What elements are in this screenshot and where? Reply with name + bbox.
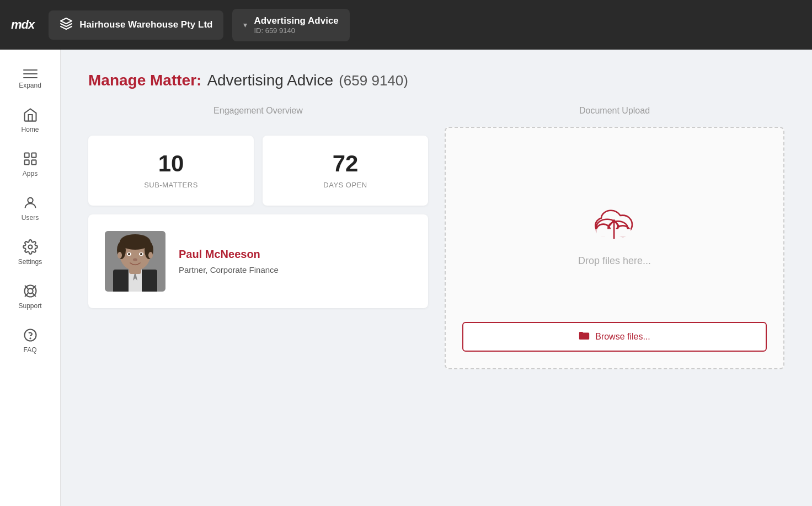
matter-selector[interactable]: ▾ Advertising Advice ID: 659 9140	[232, 9, 349, 41]
svg-point-5	[28, 198, 33, 203]
users-icon	[23, 195, 38, 211]
sidebar-item-apps[interactable]: Apps	[0, 142, 60, 186]
upload-inner: Drop files here...	[578, 150, 651, 322]
sidebar-faq-label: FAQ	[23, 346, 36, 354]
drop-text: Drop files here...	[578, 255, 651, 267]
support-icon	[23, 283, 38, 299]
upload-dropzone[interactable]: Drop files here... Browse files...	[445, 127, 784, 369]
sidebar-home-label: Home	[21, 126, 39, 133]
svg-point-6	[28, 245, 32, 249]
two-col-layout: Engagement Overview 10 SUB-MATTERS 72 DA…	[88, 106, 784, 369]
layers-icon	[60, 17, 73, 33]
logo: mdx	[11, 18, 34, 32]
browse-label: Browse files...	[595, 332, 650, 342]
contact-info: Paul McNeeson Partner, Corporate Finance	[179, 248, 279, 274]
engagement-section: Engagement Overview 10 SUB-MATTERS 72 DA…	[88, 106, 428, 369]
matter-name: Advertising Advice	[254, 15, 338, 26]
matter-id: ID: 659 9140	[254, 26, 338, 35]
page-title-id: (659 9140)	[339, 72, 408, 89]
sidebar-support-label: Support	[18, 302, 41, 310]
grid-icon	[23, 151, 38, 166]
page-title-prefix: Manage Matter:	[88, 72, 201, 89]
svg-point-26	[128, 253, 130, 255]
chevron-down-icon: ▾	[243, 20, 247, 29]
stats-row: 10 SUB-MATTERS 72 DAYS OPEN	[88, 136, 428, 206]
sidebar-users-label: Users	[22, 214, 39, 222]
days-open-card: 72 DAYS OPEN	[263, 136, 428, 206]
sidebar-item-expand[interactable]: Expand	[0, 61, 60, 98]
sidebar-expand-label: Expand	[19, 82, 41, 89]
sidebar-item-faq[interactable]: FAQ	[0, 319, 60, 363]
sidebar: Expand Home Apps Users	[0, 50, 61, 506]
sub-matters-card: 10 SUB-MATTERS	[88, 136, 254, 206]
contact-role: Partner, Corporate Finance	[179, 265, 279, 274]
svg-point-30	[148, 252, 153, 259]
svg-point-8	[28, 288, 33, 293]
home-icon	[23, 107, 38, 122]
help-circle-icon	[23, 327, 38, 343]
days-open-label: DAYS OPEN	[274, 181, 417, 189]
page-title-matter: Advertising Advice	[207, 72, 333, 89]
svg-rect-4	[31, 160, 36, 164]
main-layout: Expand Home Apps Users	[0, 50, 812, 506]
sidebar-apps-label: Apps	[23, 170, 38, 177]
svg-point-14	[30, 338, 30, 338]
avatar	[105, 231, 165, 292]
topbar: mdx Hairhouse Warehouse Pty Ltd ▾ Advert…	[0, 0, 812, 50]
svg-marker-0	[61, 18, 72, 24]
cloud-upload-icon	[592, 206, 637, 246]
folder-icon	[579, 331, 590, 343]
contact-card: Paul McNeeson Partner, Corporate Finance	[88, 214, 428, 308]
upload-section: Document Upload	[445, 106, 784, 369]
svg-rect-2	[31, 153, 36, 158]
svg-point-29	[117, 252, 122, 259]
page-title: Manage Matter: Advertising Advice (659 9…	[88, 72, 784, 89]
sidebar-item-users[interactable]: Users	[0, 186, 60, 230]
sidebar-item-home[interactable]: Home	[0, 98, 60, 142]
svg-rect-3	[24, 160, 29, 164]
svg-rect-1	[24, 153, 29, 158]
svg-point-27	[140, 253, 142, 255]
days-open-number: 72	[274, 152, 417, 175]
browse-files-button[interactable]: Browse files...	[462, 322, 767, 352]
settings-icon	[23, 239, 38, 255]
sidebar-item-settings[interactable]: Settings	[0, 230, 60, 274]
content-area: Manage Matter: Advertising Advice (659 9…	[61, 50, 812, 506]
sidebar-settings-label: Settings	[18, 258, 42, 266]
sub-matters-number: 10	[99, 152, 243, 175]
sidebar-item-support[interactable]: Support	[0, 274, 60, 319]
sub-matters-label: SUB-MATTERS	[99, 181, 243, 189]
hamburger-icon	[23, 69, 38, 78]
client-name: Hairhouse Warehouse Pty Ltd	[79, 19, 212, 30]
contact-name: Paul McNeeson	[179, 248, 279, 261]
client-selector[interactable]: Hairhouse Warehouse Pty Ltd	[49, 10, 223, 40]
engagement-label: Engagement Overview	[88, 106, 428, 116]
upload-label: Document Upload	[445, 106, 784, 116]
svg-point-28	[133, 259, 137, 261]
